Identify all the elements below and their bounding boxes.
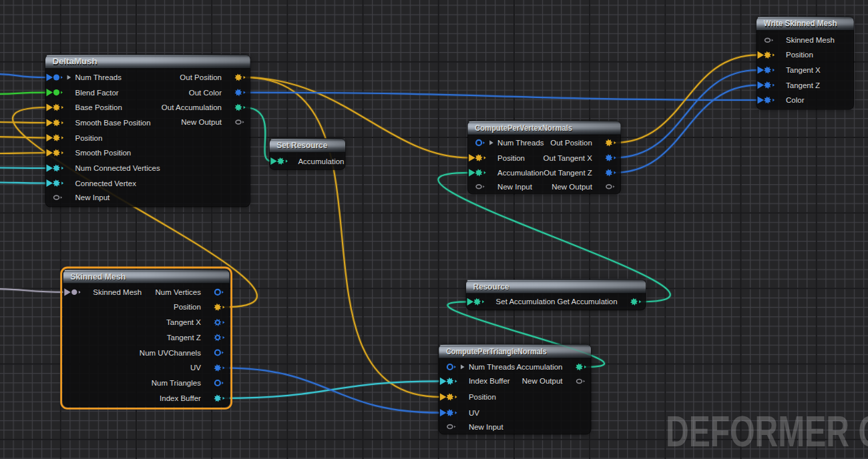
svg-text:Blend Factor: Blend Factor [75,89,119,97]
svg-text:Num Threads: Num Threads [469,363,515,371]
svg-text:Skinned Mesh: Skinned Mesh [70,272,126,282]
svg-text:ComputePerTriangleNormals: ComputePerTriangleNormals [446,346,547,356]
svg-text:Smooth Base Position: Smooth Base Position [75,119,151,127]
svg-text:DEFORMER GRAPH: DEFORMER GRAPH [666,408,868,456]
svg-text:Set Resource: Set Resource [276,140,327,150]
svg-text:Out Color: Out Color [189,89,222,97]
svg-text:Skinned Mesh: Skinned Mesh [93,288,142,296]
svg-text:Num Vertices: Num Vertices [156,288,202,296]
svg-text:Num Connected Vertices: Num Connected Vertices [75,164,160,172]
svg-text:Position: Position [786,51,813,59]
svg-text:Skinned Mesh: Skinned Mesh [786,36,835,44]
svg-text:Tangent Z: Tangent Z [786,81,820,89]
svg-text:Index Buffer: Index Buffer [160,394,201,402]
svg-text:Num Threads: Num Threads [497,139,544,147]
svg-text:Tangent Z: Tangent Z [167,334,201,342]
svg-text:Tangent X: Tangent X [786,66,821,74]
svg-text:Accumulation: Accumulation [516,363,562,371]
svg-text:New Output: New Output [552,183,593,191]
svg-text:Position: Position [497,154,525,162]
svg-text:Get Accumulation: Get Accumulation [557,298,617,306]
svg-text:New Output: New Output [522,377,564,385]
svg-text:Accumulation: Accumulation [497,169,544,177]
svg-text:Num UVChannels: Num UVChannels [140,349,201,357]
svg-text:New Input: New Input [75,193,111,201]
svg-text:Out Position: Out Position [180,73,222,81]
svg-text:Out Tangent X: Out Tangent X [544,154,593,162]
svg-text:Connected Vertex: Connected Vertex [75,179,137,187]
svg-text:Num Threads: Num Threads [75,73,122,81]
svg-text:DeltaMush: DeltaMush [53,56,97,66]
svg-text:Position: Position [174,303,201,311]
svg-text:New Output: New Output [181,118,222,126]
svg-text:ComputePerVertexNormals: ComputePerVertexNormals [475,123,572,133]
svg-text:Base Position: Base Position [75,103,122,111]
svg-text:Out Accumulation: Out Accumulation [162,103,222,111]
svg-text:Resource: Resource [473,282,509,292]
svg-text:UV: UV [469,409,479,417]
svg-text:Num Triangles: Num Triangles [152,379,201,387]
svg-text:Index Buffer: Index Buffer [469,377,510,385]
svg-text:Write Skinned Mesh: Write Skinned Mesh [764,18,837,28]
svg-text:Smooth Position: Smooth Position [75,149,132,157]
svg-text:Out Tangent Z: Out Tangent Z [544,169,592,177]
svg-text:Position: Position [75,134,103,142]
svg-text:Tangent X: Tangent X [166,318,201,326]
svg-text:Color: Color [786,96,805,104]
svg-text:Set Accumulation: Set Accumulation [496,298,556,306]
svg-text:UV: UV [190,364,201,372]
svg-text:New Input: New Input [469,423,504,431]
svg-text:New Input: New Input [497,183,533,191]
svg-text:Position: Position [469,393,496,401]
svg-text:Out Position: Out Position [550,139,592,147]
svg-text:Accumulation: Accumulation [298,157,344,165]
